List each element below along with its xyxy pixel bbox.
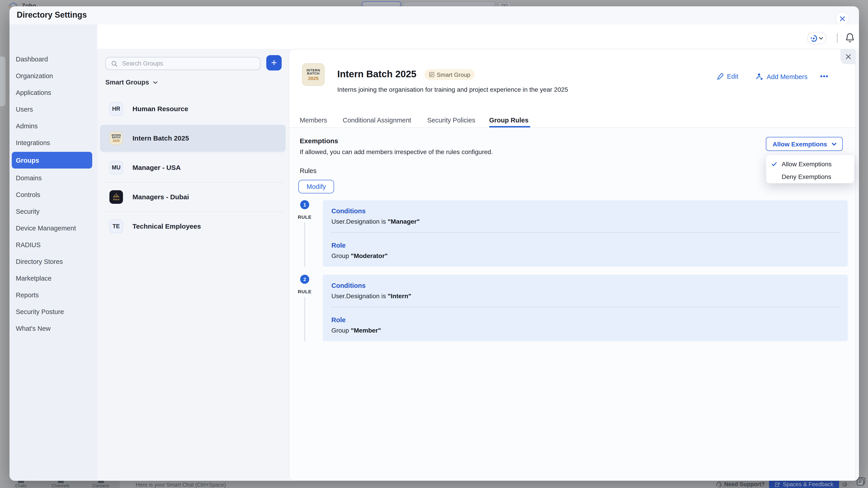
group-row-technical-employees[interactable]: TE Technical Employees xyxy=(97,212,289,241)
person-plus-icon xyxy=(755,73,764,80)
top-toolbar xyxy=(97,24,859,49)
background-panel-sliver xyxy=(0,57,5,106)
search-icon xyxy=(111,61,118,67)
rule-1-condition: User.Designation is "Manager" xyxy=(331,218,420,225)
smart-chat-hint: Here is your Smart Chat (Ctrl+Space) xyxy=(135,482,226,488)
sidebar-item-security-posture[interactable]: Security Posture xyxy=(12,303,92,320)
edit-button[interactable]: Edit xyxy=(717,73,738,80)
rule-2-label: RULE xyxy=(294,289,315,294)
rule-divider xyxy=(331,307,839,307)
group-row-human-resource[interactable]: HR Human Resource xyxy=(97,94,289,123)
sidebar-item-integrations[interactable]: Integrations xyxy=(12,134,92,151)
spaces-feedback-button[interactable]: Spaces & Feedback xyxy=(769,480,839,488)
add-members-button[interactable]: Add Members xyxy=(755,73,808,80)
group-avatar: MU xyxy=(110,161,123,174)
taskbar-item-channels[interactable]: Channels xyxy=(47,480,74,488)
chevron-down-icon xyxy=(153,80,158,84)
rule-divider xyxy=(331,232,839,233)
need-support-button[interactable]: Need Support? xyxy=(716,481,765,488)
active-tab-underline xyxy=(489,126,530,127)
group-row-manager-usa[interactable]: MU Manager - USA xyxy=(97,153,289,182)
dubai-logo: Dubai xyxy=(110,190,123,203)
sidebar-item-directory-stores[interactable]: Directory Stores xyxy=(12,253,92,270)
tab-conditional-assignment[interactable]: Conditional Assignment xyxy=(343,117,411,127)
announcement-icon[interactable] xyxy=(842,481,849,488)
group-avatar: TE xyxy=(110,219,123,233)
screen: Zoho OO Chats Channels Contacts Here is … xyxy=(0,0,868,488)
directory-settings-modal: Directory Settings Dashboard Organizatio… xyxy=(9,6,859,481)
directory-switcher[interactable] xyxy=(807,32,827,44)
sidebar-item-security[interactable]: Security xyxy=(12,203,92,220)
rule-2-condition: User.Designation is "Intern" xyxy=(331,292,411,300)
sidebar-item-dashboard[interactable]: Dashboard xyxy=(12,51,92,67)
modify-rules-button[interactable]: Modify xyxy=(298,180,334,193)
rule-2-card: Conditions User.Designation is "Intern" … xyxy=(323,275,848,341)
rule-2-number: 2 xyxy=(300,275,309,284)
tab-security-policies[interactable]: Security Policies xyxy=(427,117,475,127)
tab-members[interactable]: Members xyxy=(300,117,327,127)
sidebar-item-radius[interactable]: RADIUS xyxy=(12,236,92,253)
rule-1-connector xyxy=(304,222,305,267)
menu-option-deny-exemptions[interactable]: Deny Exemptions xyxy=(766,170,854,183)
group-row-intern-batch-2025[interactable]: INTERN BATCH 2025 Intern Batch 2025 xyxy=(97,123,289,153)
exemptions-dropdown-button[interactable]: Allow Exemptions xyxy=(766,137,843,151)
group-row-managers-dubai[interactable]: Dubai Managers - Dubai xyxy=(97,182,289,212)
feedback-pencil-icon xyxy=(775,482,780,487)
sidebar-item-reports[interactable]: Reports xyxy=(12,287,92,303)
notifications-bell-icon[interactable] xyxy=(845,33,855,43)
tab-group-rules[interactable]: Group Rules xyxy=(489,117,528,127)
close-icon xyxy=(839,15,845,22)
rule-2-role: Group "Member" xyxy=(331,327,381,334)
rule-1-number: 1 xyxy=(300,200,309,209)
sidebar-item-groups[interactable]: Groups xyxy=(12,152,92,168)
toolbar-divider xyxy=(837,33,837,43)
sidebar-item-controls[interactable]: Controls xyxy=(12,186,92,203)
row-divider xyxy=(103,153,283,153)
rule-1-label: RULE xyxy=(294,214,315,220)
sidebar-item-users[interactable]: Users xyxy=(12,101,92,118)
settings-sidebar: Dashboard Organization Applications User… xyxy=(9,24,97,481)
rules-heading: Rules xyxy=(300,167,316,174)
group-description: Interns joining the organisation for tra… xyxy=(337,86,568,93)
taskbar-item-contacts[interactable]: Contacts xyxy=(87,480,114,488)
plus-icon: + xyxy=(271,57,277,69)
group-search xyxy=(105,57,260,70)
rule-1-card: Conditions User.Designation is "Manager"… xyxy=(323,200,848,267)
modal-title: Directory Settings xyxy=(17,10,87,20)
exemptions-heading: Exemptions xyxy=(300,137,338,144)
exemptions-dropdown-menu: Allow Exemptions Deny Exemptions xyxy=(766,155,855,184)
headset-icon xyxy=(716,482,721,487)
rule-1-role: Group "Moderator" xyxy=(331,252,388,259)
role-label: Role xyxy=(331,316,346,324)
sidebar-item-whats-new[interactable]: What's New xyxy=(12,320,92,337)
rule-2-connector xyxy=(304,297,305,341)
modal-close-button[interactable] xyxy=(835,12,849,25)
more-actions-button[interactable]: ••• xyxy=(820,72,829,80)
sidebar-item-admins[interactable]: Admins xyxy=(12,118,92,134)
row-divider xyxy=(103,182,283,183)
chevron-down-icon xyxy=(831,142,837,146)
sidebar-item-device-management[interactable]: Device Management xyxy=(12,220,92,236)
exemptions-description: If allowed, you can add members irrespec… xyxy=(300,148,493,156)
group-avatar: HR xyxy=(110,102,123,116)
smart-group-badge: Smart Group xyxy=(425,69,475,80)
role-label: Role xyxy=(331,242,346,249)
smart-groups-filter[interactable]: Smart Groups xyxy=(105,78,158,86)
check-icon xyxy=(766,162,782,166)
sidebar-item-marketplace[interactable]: Marketplace xyxy=(12,270,92,287)
directory-play-icon xyxy=(810,35,817,42)
sidebar-item-domains[interactable]: Domains xyxy=(12,169,92,186)
search-groups-input[interactable] xyxy=(121,58,257,69)
viewport: Zoho OO Chats Channels Contacts Here is … xyxy=(0,0,868,488)
detail-close-button[interactable] xyxy=(840,49,856,64)
chevron-down-icon xyxy=(819,37,823,40)
add-group-button[interactable]: + xyxy=(266,55,282,70)
smart-group-icon xyxy=(429,72,434,77)
menu-option-allow-exemptions[interactable]: Allow Exemptions xyxy=(766,158,854,170)
sidebar-item-organization[interactable]: Organization xyxy=(12,67,92,84)
taskbar-item-chats[interactable]: Chats xyxy=(7,480,34,488)
close-icon xyxy=(845,54,851,60)
tabs-divider xyxy=(289,127,855,128)
conditions-label: Conditions xyxy=(331,207,366,215)
sidebar-item-applications[interactable]: Applications xyxy=(12,84,92,101)
